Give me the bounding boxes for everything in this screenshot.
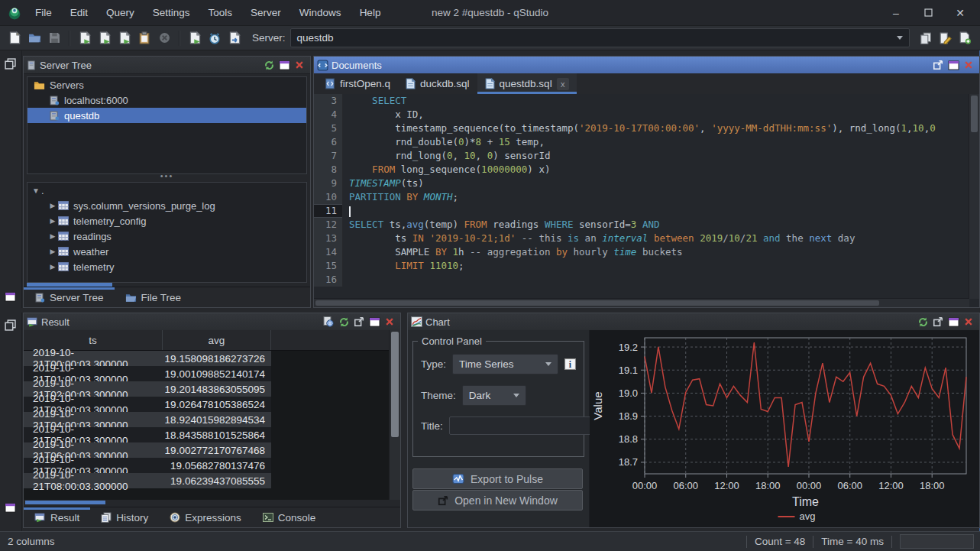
open-in-new-window-button[interactable]: Open in New Window xyxy=(412,490,583,510)
result-horizontal-scrollbar[interactable] xyxy=(25,501,105,504)
caret-collapsed-icon[interactable]: ▶ xyxy=(47,202,58,209)
chart-theme-select[interactable]: Dark xyxy=(462,385,526,406)
menu-item-tools[interactable]: Tools xyxy=(199,2,242,24)
caret-collapsed-icon[interactable]: ▶ xyxy=(47,263,58,271)
menu-item-server[interactable]: Server xyxy=(241,2,290,24)
popout-panel-button[interactable] xyxy=(930,315,946,329)
close-panel-button[interactable] xyxy=(961,58,976,72)
panel-title: Server Tree xyxy=(40,60,92,71)
menu-item-file[interactable]: File xyxy=(26,2,61,24)
close-panel-button[interactable] xyxy=(961,315,976,329)
result-vertical-scrollbar[interactable] xyxy=(389,330,400,500)
code-line-15: 15 LIMIT 11010; xyxy=(314,259,979,273)
time-series-chart[interactable]: 18.718.818.919.019.119.200:0006:0012:001… xyxy=(590,330,979,527)
server-select[interactable]: questdb xyxy=(290,28,910,47)
refresh-button[interactable] xyxy=(261,58,277,72)
tab-label: Result xyxy=(50,512,79,523)
column-header-avg[interactable]: avg xyxy=(163,330,271,350)
refresh-button[interactable] xyxy=(336,315,351,329)
info-icon[interactable]: i xyxy=(564,358,576,370)
window-icon[interactable] xyxy=(5,292,16,302)
tree-node-sys-column-versions-purge-log[interactable]: ▶sys.column_versions_purge_log xyxy=(27,198,306,213)
svg-text:avg: avg xyxy=(800,510,816,522)
menu-item-edit[interactable]: Edit xyxy=(61,2,97,24)
send-script-button[interactable] xyxy=(225,29,244,47)
close-tab-icon[interactable]: x xyxy=(557,78,569,90)
editor-horizontal-scrollbar[interactable] xyxy=(314,298,969,307)
paste-button[interactable] xyxy=(135,29,154,47)
menu-item-help[interactable]: Help xyxy=(351,2,390,24)
maximize-panel-button[interactable] xyxy=(367,315,382,329)
window-icon[interactable] xyxy=(5,503,16,513)
new-document-button[interactable] xyxy=(5,29,24,47)
svg-text:19.1: 19.1 xyxy=(619,365,638,376)
tree-splitter[interactable]: ••• xyxy=(27,174,307,180)
tab-expressions[interactable]: Expressions xyxy=(159,507,252,527)
tree-node-root[interactable]: ▼. xyxy=(27,183,306,198)
code-editor[interactable]: 3 SELECT4 x ID,5 timestamp_sequence(to_t… xyxy=(314,94,979,307)
table-icon xyxy=(58,201,69,210)
maximize-button[interactable] xyxy=(922,7,934,19)
execute-current-statement-button[interactable] xyxy=(76,29,94,47)
tree-node-weather[interactable]: ▶weather xyxy=(27,244,306,259)
stacked-windows-icon[interactable] xyxy=(5,58,16,70)
chart-type-select[interactable]: Time Series xyxy=(452,354,558,374)
tree-node-servers[interactable]: Servers xyxy=(27,77,306,92)
maximize-panel-button[interactable] xyxy=(946,58,961,72)
save-button[interactable] xyxy=(45,29,63,47)
panel-title: Documents xyxy=(332,60,382,71)
schedule-query-button[interactable] xyxy=(205,29,224,47)
clipboard-icon xyxy=(139,31,150,44)
close-window-button[interactable]: ✕ xyxy=(954,7,966,19)
maximize-panel-button[interactable] xyxy=(277,58,292,72)
tree-node-localhost-6000[interactable]: localhost:6000 xyxy=(27,92,306,108)
minimize-button[interactable]: – xyxy=(890,7,902,19)
tab-label: File Tree xyxy=(141,292,182,303)
close-panel-button[interactable] xyxy=(382,315,397,329)
menu-item-settings[interactable]: Settings xyxy=(144,2,199,24)
tree-node-telemetry[interactable]: ▶telemetry xyxy=(27,259,306,274)
tab-result[interactable]: Result xyxy=(24,507,90,527)
export-result-button[interactable] xyxy=(321,315,336,329)
add-server-button[interactable] xyxy=(956,29,975,47)
tab-history[interactable]: History xyxy=(90,507,159,527)
vertical-splitter[interactable] xyxy=(401,313,407,528)
document-tab-firstopen-q[interactable]: firstOpen.q xyxy=(317,73,398,94)
left-panel-tabs: Server TreeFile Tree xyxy=(24,287,310,307)
svg-text:18:00: 18:00 xyxy=(920,480,945,491)
menu-item-windows[interactable]: Windows xyxy=(290,2,351,24)
table-row[interactable]: 2019-10-21T08:00:03.30000019.06239437085… xyxy=(24,473,390,488)
execute-line-button[interactable] xyxy=(95,29,114,47)
document-tab-duckdb-sql[interactable]: duckdb.sql xyxy=(398,73,477,94)
tab-console[interactable]: Console xyxy=(252,507,327,527)
export-to-pulse-button[interactable]: Export to Pulse xyxy=(412,468,583,489)
execute-all-button[interactable] xyxy=(115,29,134,47)
caret-collapsed-icon[interactable]: ▶ xyxy=(47,217,58,225)
svg-text:18.7: 18.7 xyxy=(619,456,638,468)
stacked-windows-icon[interactable] xyxy=(5,319,16,331)
document-tab-questdb-sql[interactable]: questdb.sqlx xyxy=(477,73,577,94)
tab-server-tree[interactable]: Server Tree xyxy=(24,287,115,307)
result-table[interactable]: tsavg2019-10-21T00:00:03.30000019.158098… xyxy=(24,330,390,500)
tree-node-telemetry-config[interactable]: ▶telemetry_config xyxy=(27,213,306,229)
stop-query-button[interactable] xyxy=(155,29,173,47)
maximize-panel-button[interactable] xyxy=(946,315,961,329)
tree-node-readings[interactable]: ▶readings xyxy=(27,229,306,244)
run-script-button[interactable] xyxy=(186,29,204,47)
document-run-icon xyxy=(189,31,201,44)
popout-panel-button[interactable] xyxy=(930,58,946,72)
caret-collapsed-icon[interactable]: ▶ xyxy=(47,248,58,255)
refresh-button[interactable] xyxy=(915,315,930,329)
edit-server-button[interactable] xyxy=(936,29,955,47)
editor-vertical-scrollbar[interactable] xyxy=(969,94,979,299)
popout-panel-button[interactable] xyxy=(351,315,367,329)
status-progress-box xyxy=(900,534,974,549)
menu-item-query[interactable]: Query xyxy=(97,2,144,24)
open-file-button[interactable] xyxy=(25,29,44,47)
tab-file-tree[interactable]: File Tree xyxy=(115,287,192,307)
chart-title-input[interactable] xyxy=(449,416,594,435)
close-panel-button[interactable] xyxy=(292,58,307,72)
copy-server-button[interactable] xyxy=(917,29,935,47)
tree-node-questdb[interactable]: questdb xyxy=(27,108,306,123)
caret-collapsed-icon[interactable]: ▶ xyxy=(47,232,58,240)
